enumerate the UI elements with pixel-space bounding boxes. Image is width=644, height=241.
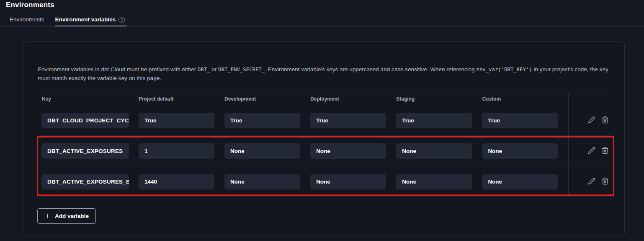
table-row: DBT_ACTIVE_EXPOSURES_B... 1440 None None… (38, 166, 611, 197)
tab-bar: Environments Environment variables ? (0, 16, 644, 27)
variable-value-development: None (224, 143, 300, 159)
column-header-staging: Staging (396, 96, 482, 102)
delete-variable-button[interactable] (601, 147, 609, 155)
variable-value-project-default: 1440 (139, 174, 214, 189)
column-header-development: Development (224, 96, 310, 102)
variable-value-project-default: True (139, 113, 214, 128)
description-text: Environment variables in dbt Cloud must … (38, 65, 608, 83)
variable-value-staging: None (396, 143, 472, 159)
tab-environment-variables-label: Environment variables (55, 16, 116, 23)
add-variable-label: Add variable (55, 213, 89, 219)
code-env-var-example: env_var('DBT_KEY') (477, 67, 532, 73)
table-header-row: Key Project default Development Deployme… (38, 93, 611, 105)
pencil-icon (588, 177, 595, 186)
delete-variable-button[interactable] (601, 116, 609, 124)
pencil-icon (588, 116, 595, 125)
variable-value-custom: None (482, 143, 558, 159)
trash-icon (601, 116, 609, 125)
variable-value-deployment: None (310, 174, 386, 189)
variable-value-deployment: None (310, 143, 386, 159)
tab-environments[interactable]: Environments (9, 16, 45, 26)
trash-icon (601, 177, 609, 186)
help-icon[interactable]: ? (118, 17, 125, 23)
column-header-key: Key (38, 96, 139, 102)
column-header-deployment: Deployment (310, 96, 396, 102)
edit-variable-button[interactable] (587, 147, 596, 155)
edit-variable-button[interactable] (587, 116, 596, 124)
pencil-icon (588, 147, 595, 155)
variable-value-staging: True (396, 113, 472, 128)
code-dbt-prefix: DBT_ (198, 67, 210, 73)
column-header-project-default: Project default (139, 96, 224, 102)
variable-key: DBT_CLOUD_PROJECT_CYC... (41, 113, 129, 128)
variable-key: DBT_ACTIVE_EXPOSURES_B... (41, 174, 129, 189)
environment-variables-table: Key Project default Development Deployme… (38, 93, 611, 197)
edit-variable-button[interactable] (587, 177, 596, 186)
add-variable-button[interactable]: Add variable (37, 208, 96, 224)
description-part: . Environment variable's keys are upperc… (265, 66, 476, 73)
variable-value-development: None (224, 174, 300, 189)
trash-icon (601, 147, 609, 155)
plus-icon (44, 213, 51, 219)
description-part: or (210, 66, 219, 73)
code-dbt-env-secret-prefix: DBT_ENV_SECRET_ (218, 67, 265, 73)
variable-value-custom: True (482, 113, 558, 128)
variable-value-deployment: True (310, 113, 386, 128)
table-row: DBT_CLOUD_PROJECT_CYC... True True True … (38, 105, 611, 136)
delete-variable-button[interactable] (601, 177, 609, 186)
variable-value-staging: None (396, 174, 472, 189)
column-header-custom: Custom (482, 96, 568, 102)
variable-value-project-default: 1 (139, 143, 214, 159)
variable-key: DBT_ACTIVE_EXPOSURES (41, 143, 129, 159)
description-part: Environment variables in dbt Cloud must … (38, 66, 198, 73)
variable-value-development: True (224, 113, 300, 128)
page-title: Environments (6, 1, 54, 9)
tab-environments-label: Environments (10, 16, 44, 23)
tab-environment-variables[interactable]: Environment variables ? (55, 16, 127, 26)
column-header-actions (568, 93, 611, 105)
table-row: DBT_ACTIVE_EXPOSURES 1 None None None No… (38, 136, 611, 166)
environment-variables-panel: Environment variables in dbt Cloud must … (23, 41, 625, 236)
variable-value-custom: None (482, 174, 558, 189)
